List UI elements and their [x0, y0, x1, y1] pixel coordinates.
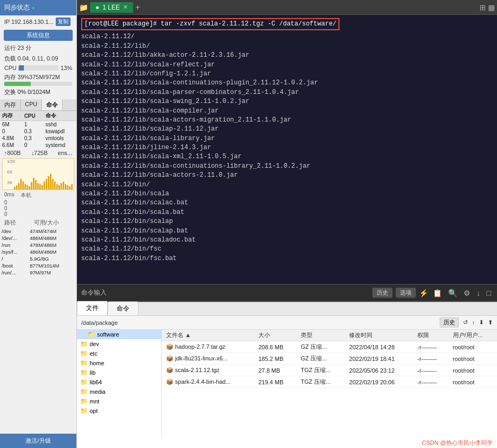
- net-bar-24: [65, 184, 66, 189]
- file-row[interactable]: 📦 spark-2.4.4-bin-had... 219.4 MB TGZ 压缩…: [162, 376, 497, 388]
- file-row[interactable]: 📦 jdk-8u231-linux-x6... 185.2 MB GZ 压缩..…: [162, 353, 497, 365]
- proc-cpu: 1: [22, 121, 43, 128]
- options-button[interactable]: 选项: [396, 288, 416, 298]
- lat-val-1: 0: [4, 205, 7, 211]
- file-icon: 📦: [166, 367, 173, 373]
- proc-mem: 0: [0, 128, 22, 135]
- file-user: root/root: [449, 353, 497, 365]
- net-label: ens...: [58, 150, 72, 156]
- file-user: root/root: [449, 365, 497, 376]
- tree-items: 📁software📁dev📁etc📁home📁lib📁lib64📁media📁m…: [77, 330, 161, 416]
- file-table: 文件名 ▲ 大小 类型 修改时间 权限 用户/用户... 📦 hadoop-2.…: [162, 330, 497, 388]
- file-perm: -r--------: [413, 341, 449, 353]
- terminal-line: scala-2.11.12/lib/scala-actors-2.11.0.ja…: [81, 171, 493, 180]
- tree-item[interactable]: 📁dev: [77, 339, 161, 349]
- file-row[interactable]: 📦 hadoop-2.7.7.tar.gz 208.6 MB GZ 压缩... …: [162, 341, 497, 353]
- folder-icon: 📁: [80, 369, 88, 376]
- file-name: 📦 spark-2.4.4-bin-had...: [162, 376, 254, 388]
- expand-icon[interactable]: □: [485, 289, 493, 297]
- tree-item-label: software: [97, 331, 119, 338]
- net-bar-27: [71, 184, 73, 189]
- file-modified: 2022/04/18 14:28: [345, 341, 413, 353]
- file-tree[interactable]: 📁software📁dev📁etc📁home📁lib📁lib64📁media📁m…: [77, 330, 162, 438]
- split-tab-files[interactable]: 文件: [77, 301, 108, 315]
- process-row: 6.6M0systemd: [0, 142, 76, 149]
- tree-item-label: lib: [90, 369, 95, 376]
- terminal-line: scala-2.11.12/bin/scaladoc.bat: [81, 236, 493, 245]
- upgrade-button[interactable]: 激活/升级: [0, 434, 76, 448]
- tab-mem[interactable]: 内存: [0, 99, 21, 110]
- add-tab-button[interactable]: +: [135, 3, 140, 12]
- tab-cmd[interactable]: 命令: [42, 99, 63, 110]
- terminal-line: scala-2.11.12/lib/scalap-2.11.12.jar: [81, 125, 493, 134]
- tree-item[interactable]: 📁lib64: [77, 377, 161, 387]
- download-icon[interactable]: ↓: [475, 289, 482, 297]
- col-perm: 权限: [413, 330, 449, 341]
- copy-ip-button[interactable]: 复制: [56, 18, 71, 26]
- fb-download-icon[interactable]: ⬇: [479, 319, 484, 326]
- tree-item[interactable]: 📁media: [77, 387, 161, 397]
- file-type: GZ 压缩...: [297, 353, 345, 365]
- col-type: 类型: [297, 330, 345, 341]
- net-bar-1: [16, 185, 18, 189]
- terminal-line: scala-2.11.12/bin/scalac.bat: [81, 199, 493, 208]
- net-bar-15: [46, 179, 47, 189]
- tree-item[interactable]: 📁home: [77, 358, 161, 368]
- process-row: 00.3kswapdl: [0, 128, 76, 135]
- disk-row: /sys/f...486M/486M: [0, 248, 76, 255]
- file-user: root/root: [449, 376, 497, 388]
- fb-refresh-icon[interactable]: ↺: [463, 319, 468, 326]
- cmd-input-field[interactable]: [110, 289, 369, 297]
- folder-icon[interactable]: 📁: [79, 3, 88, 12]
- disk-path: /sys/f...: [0, 248, 28, 255]
- tree-item[interactable]: 📁etc: [77, 349, 161, 358]
- col-filename: 文件名 ▲: [162, 330, 254, 341]
- tree-item[interactable]: 📁opt: [77, 406, 161, 416]
- net-bar-16: [48, 176, 49, 189]
- tree-item[interactable]: 📁software: [77, 330, 161, 339]
- split-tab-cmd[interactable]: 命令: [108, 301, 138, 315]
- terminal-line: scala-2.11.12/lib/scala-library.jar: [81, 134, 493, 143]
- proc-mem: 6.6M: [0, 142, 22, 149]
- file-icon: 📦: [166, 378, 173, 385]
- disk-header: 路径 可用/大小: [0, 217, 76, 228]
- terminal-tab[interactable]: ● 1 LEE ✕: [90, 2, 133, 13]
- net-bar-13: [41, 185, 43, 189]
- close-tab-icon[interactable]: ✕: [123, 4, 128, 11]
- watermark-bar: CSDN @热心市民小李同学: [77, 438, 497, 448]
- fb-up-icon[interactable]: ↑: [472, 320, 475, 326]
- tree-item[interactable]: 📁mnt: [77, 397, 161, 406]
- fb-history-button[interactable]: 历史: [440, 317, 459, 328]
- lightning-icon[interactable]: ⚡: [419, 289, 428, 297]
- file-browser-header: /data/package 历史 ↺ ↑ ⬇ ⬆: [77, 316, 497, 330]
- disk-row: /5.9G/8G: [0, 255, 76, 262]
- file-row[interactable]: 📦 scala-2.11.12.tgz 27.8 MB TGZ 压缩... 20…: [162, 365, 497, 376]
- net-bar-14: [43, 182, 45, 189]
- fb-upload-icon[interactable]: ⬆: [488, 319, 493, 326]
- net-bar-23: [63, 182, 64, 189]
- highlighted-command: [root@LEE package]# tar -zxvf scala-2.11…: [81, 18, 339, 30]
- tree-item-label: media: [90, 389, 106, 395]
- terminal-line: scala-2.11.12/bin/fsc: [81, 245, 493, 254]
- tab-cpu[interactable]: CPU: [21, 99, 42, 110]
- settings-icon[interactable]: ⚙: [462, 289, 472, 297]
- net-bar-12: [39, 184, 41, 189]
- history-button[interactable]: 历史: [372, 288, 393, 298]
- terminal-tab-label: 1 LEE: [102, 4, 120, 11]
- search-icon[interactable]: 🔍: [447, 289, 459, 297]
- cpu-progress-bar: [19, 65, 58, 71]
- ip-text: IP 192.168.130.1...: [4, 19, 54, 25]
- sys-info-button[interactable]: 系统信息: [4, 30, 73, 41]
- split-icon[interactable]: ▦: [488, 3, 495, 12]
- grid-icon[interactable]: ⊞: [479, 3, 486, 12]
- net-row: ↑800B ↓725B ens...: [0, 149, 76, 157]
- terminal-output[interactable]: [root@LEE package]# tar -zxvf scala-2.11…: [77, 15, 497, 284]
- disk-table: /dev474M/474M/dev/...486M/486M/run478M/4…: [0, 228, 76, 276]
- file-list: 文件名 ▲ 大小 类型 修改时间 权限 用户/用户... 📦 hadoop-2.…: [162, 330, 497, 438]
- copy-icon[interactable]: 📋: [431, 289, 443, 297]
- file-user: root/root: [449, 341, 497, 353]
- tree-item[interactable]: 📁lib: [77, 368, 161, 377]
- cmd-input-label: 命令输入: [81, 288, 107, 297]
- net-bar-26: [69, 186, 71, 189]
- net-bar-17: [50, 174, 51, 189]
